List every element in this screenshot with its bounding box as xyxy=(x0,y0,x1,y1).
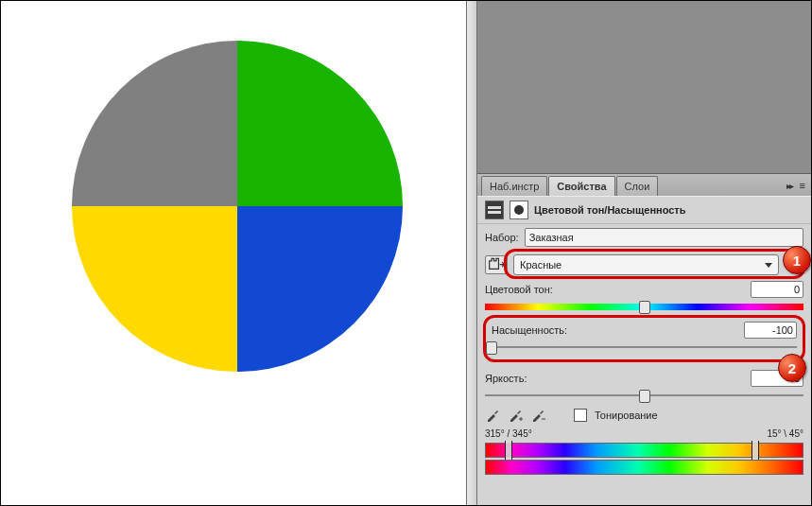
hue-label: Цветовой тон: xyxy=(485,284,553,295)
preset-row: Набор: Заказная xyxy=(477,224,811,251)
tab-tool-presets[interactable]: Наб.инстр xyxy=(481,176,547,197)
eyedropper-add-icon[interactable] xyxy=(508,408,523,423)
panel-empty-area xyxy=(477,1,811,173)
colorize-label: Тонирование xyxy=(595,410,658,421)
lightness-slider-thumb[interactable] xyxy=(639,390,650,403)
color-channel-value: Красные xyxy=(520,255,561,274)
callout-badge-2: 2 xyxy=(778,354,806,382)
hue-range-row: 315° / 345° 15° \ 45° xyxy=(477,427,811,475)
right-panel: Наб.инстр Свойства Слои ▸▸ ≡ Цветовой то… xyxy=(477,1,811,505)
document-canvas[interactable] xyxy=(1,1,466,505)
channel-row: Красные 1 xyxy=(477,251,811,279)
preset-dropdown[interactable]: Заказная xyxy=(525,228,803,247)
hue-range-strip-bottom xyxy=(485,460,803,475)
callout-ring-2: Насыщенность: -100 2 xyxy=(483,315,805,362)
saturation-value-input[interactable]: -100 xyxy=(744,322,797,339)
callout-badge-1: 1 xyxy=(783,246,811,274)
lightness-slider-track[interactable] xyxy=(485,391,803,400)
layer-mask-icon[interactable] xyxy=(510,201,528,219)
adjustment-title: Цветовой тон/Насыщенность xyxy=(534,204,686,216)
range-marker-outer-left[interactable] xyxy=(505,441,512,460)
hue-range-left-label: 315° / 345° xyxy=(485,428,532,439)
collapse-panel-icon[interactable]: ▸▸ xyxy=(786,181,792,191)
properties-panel-body: Цветовой тон/Насыщенность Набор: Заказна… xyxy=(477,196,811,505)
preset-label: Набор: xyxy=(485,232,519,243)
lightness-slider-row: Яркость: 0 xyxy=(477,368,811,400)
svg-rect-0 xyxy=(488,206,501,209)
targeted-adjust-icon[interactable] xyxy=(485,255,508,274)
tab-layers[interactable]: Слои xyxy=(616,176,659,197)
hue-range-strip-top[interactable] xyxy=(485,443,803,458)
panel-menu-icon[interactable]: ≡ xyxy=(800,180,805,191)
hue-range-right-label: 15° \ 45° xyxy=(767,428,803,439)
eyedropper-subtract-icon[interactable] xyxy=(530,408,545,423)
saturation-label: Насыщенность: xyxy=(492,324,567,336)
chevron-down-icon xyxy=(765,263,772,268)
lightness-label: Яркость: xyxy=(485,373,527,384)
colorize-checkbox[interactable] xyxy=(574,409,587,422)
svg-rect-1 xyxy=(488,211,501,214)
quadrant-top-right xyxy=(237,41,403,206)
range-marker-outer-right[interactable] xyxy=(752,441,759,460)
hue-slider-row: Цветовой тон: 0 xyxy=(477,279,811,311)
panel-divider[interactable] xyxy=(466,1,477,505)
color-channel-dropdown[interactable]: Красные xyxy=(513,254,779,275)
saturation-slider-thumb[interactable] xyxy=(486,341,497,355)
eyedropper-icon[interactable] xyxy=(485,408,500,423)
saturation-slider-track[interactable] xyxy=(492,342,797,352)
quadrant-bottom-right xyxy=(237,206,403,372)
hue-slider-track[interactable] xyxy=(485,302,803,311)
panel-tab-bar: Наб.инстр Свойства Слои ▸▸ ≡ xyxy=(477,173,811,198)
eyedropper-row: Тонирование xyxy=(477,400,811,427)
quadrant-bottom-left xyxy=(72,206,237,372)
hue-slider-thumb[interactable] xyxy=(639,301,650,314)
adjustment-type-icon[interactable] xyxy=(485,201,504,219)
adjustment-header: Цветовой тон/Насыщенность xyxy=(477,197,811,224)
hue-value-input[interactable]: 0 xyxy=(751,281,803,298)
sample-circle xyxy=(72,41,403,372)
quadrant-top-left xyxy=(72,41,237,206)
tab-properties[interactable]: Свойства xyxy=(548,176,614,197)
